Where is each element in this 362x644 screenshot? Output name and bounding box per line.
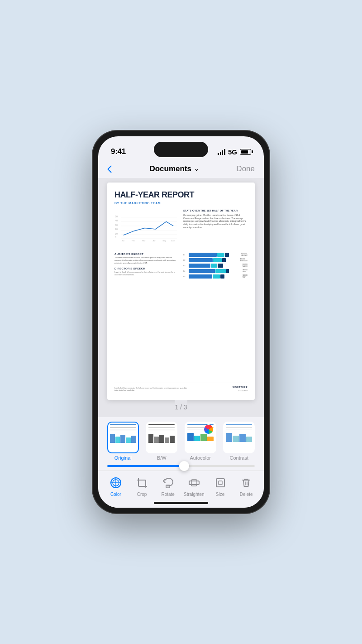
- filter-bw-label: B/W: [157, 455, 167, 461]
- document-viewer: HALF-YEAR REPORT BY THE MARKETING TEAM 5…: [98, 178, 264, 417]
- dynamic-island: [154, 142, 208, 157]
- svg-text:10: 10: [115, 233, 118, 235]
- svg-text:20: 20: [115, 228, 118, 231]
- line-chart: 50 40 30 20 10 0: [114, 209, 179, 247]
- slider-thumb[interactable]: [179, 461, 189, 471]
- straighten-icon: [187, 476, 201, 490]
- filter-autocolor[interactable]: Autocolor: [183, 422, 218, 461]
- bar-chart: 01 $100,000JANUARY 02: [183, 253, 248, 280]
- tool-color[interactable]: Color: [103, 476, 129, 497]
- svg-text:Apr: Apr: [152, 240, 156, 242]
- navigation-bar: Documents ⌄ Done: [98, 161, 264, 178]
- filter-original[interactable]: Original: [105, 422, 141, 461]
- svg-text:Jan: Jan: [122, 240, 124, 242]
- document-subtitle: BY THE MARKETING TEAM: [114, 202, 248, 205]
- status-icons: 5G: [218, 148, 251, 156]
- svg-rect-26: [219, 481, 222, 485]
- document-page: HALF-YEAR REPORT BY THE MARKETING TEAM 5…: [107, 183, 255, 400]
- auditor-section: AUDITOR'S REPORT The latest consolidated…: [114, 253, 179, 280]
- crop-icon: [135, 476, 149, 490]
- phone-frame: 9:41 5G: [93, 131, 269, 513]
- tool-color-label: Color: [110, 492, 121, 497]
- slider-track[interactable]: [107, 465, 255, 467]
- svg-text:50: 50: [115, 216, 118, 218]
- filter-autocolor-label: Autocolor: [190, 455, 211, 461]
- done-button[interactable]: Done: [236, 164, 255, 173]
- page-indicator: 1 / 3: [175, 400, 187, 413]
- svg-text:30: 30: [115, 224, 118, 226]
- filter-original-thumb[interactable]: [107, 422, 139, 453]
- tool-rotate-label: Rotate: [161, 492, 174, 497]
- svg-text:0: 0: [115, 236, 117, 238]
- svg-rect-23: [189, 481, 199, 485]
- tool-size-label: Size: [216, 492, 224, 497]
- tool-delete-label: Delete: [240, 492, 253, 497]
- filter-autocolor-thumb[interactable]: [185, 422, 216, 453]
- nav-title[interactable]: Documents ⌄: [149, 164, 199, 173]
- tool-straighten-label: Straighten: [184, 492, 205, 497]
- svg-text:June: June: [171, 240, 175, 242]
- filter-bw-thumb[interactable]: [146, 422, 177, 453]
- svg-text:May: May: [163, 240, 166, 242]
- slider-container: [98, 463, 264, 471]
- filter-contrast-thumb[interactable]: [223, 422, 255, 453]
- phone-screen: 9:41 5G: [98, 136, 264, 508]
- filter-contrast-label: Contrast: [229, 455, 248, 461]
- tool-crop-label: Crop: [137, 492, 147, 497]
- battery-icon: [240, 149, 251, 155]
- filter-original-label: Original: [114, 455, 132, 461]
- tool-straighten[interactable]: Straighten: [181, 476, 207, 497]
- status-time: 9:41: [111, 147, 126, 156]
- back-button[interactable]: [107, 165, 112, 173]
- document-footer: I certify that I have completed this hal…: [114, 383, 248, 392]
- tool-crop[interactable]: Crop: [129, 476, 155, 497]
- slider-fill: [107, 465, 184, 467]
- tool-size[interactable]: Size: [207, 476, 233, 497]
- rotate-icon: [161, 476, 175, 490]
- size-icon: [213, 476, 228, 490]
- svg-text:Feb: Feb: [132, 240, 135, 242]
- color-icon: [109, 476, 123, 490]
- svg-text:Mar: Mar: [143, 240, 146, 242]
- director-section: DIRECTOR'S SPEECH I want to thank all ou…: [114, 267, 179, 276]
- signature-area: SIGNATURE 07/01/2022: [232, 386, 248, 392]
- filter-strip: Original: [98, 417, 264, 463]
- svg-rect-25: [216, 479, 224, 487]
- svg-text:40: 40: [115, 220, 118, 222]
- network-type-label: 5G: [228, 148, 237, 156]
- filter-bw[interactable]: B/W: [144, 422, 180, 461]
- signal-bars-icon: [218, 149, 225, 155]
- tool-delete[interactable]: Delete: [233, 476, 259, 497]
- tool-rotate[interactable]: Rotate: [155, 476, 181, 497]
- delete-icon: [239, 476, 253, 490]
- document-title: HALF-YEAR REPORT: [114, 191, 248, 200]
- stats-section: STATS OVER THE 1ST HALF OF THE YEAR Our …: [183, 209, 248, 247]
- filter-contrast[interactable]: Contrast: [222, 422, 257, 461]
- home-indicator: [154, 502, 208, 504]
- nav-chevron-icon: ⌄: [194, 166, 199, 172]
